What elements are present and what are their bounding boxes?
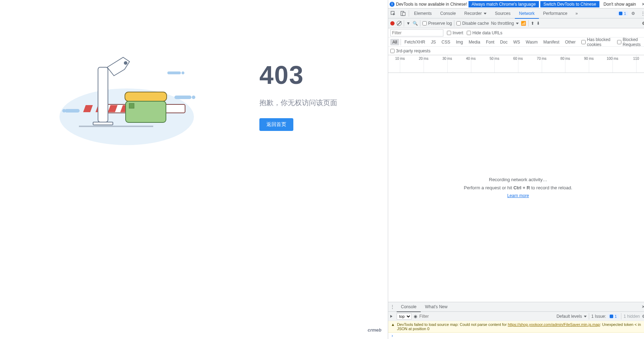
tab-sources[interactable]: Sources [491, 8, 515, 18]
disable-cache-checkbox[interactable]: Disable cache [456, 21, 489, 26]
brand-logo: crmeb [368, 327, 381, 333]
gear-icon[interactable]: ⚙ [628, 8, 638, 18]
inspect-icon[interactable] [388, 8, 398, 18]
console-prompt[interactable]: › [388, 333, 644, 339]
info-icon: i [390, 2, 395, 7]
svg-rect-10 [79, 126, 153, 127]
type-pill[interactable]: Font [484, 39, 496, 45]
preserve-log-checkbox[interactable]: Preserve log [422, 21, 452, 26]
type-pill[interactable]: CSS [439, 39, 453, 45]
type-pill[interactable]: Manifest [541, 39, 561, 45]
console-gear-icon[interactable]: ⚙ [642, 314, 644, 319]
language-notice-bar: i DevTools is now available in Chinese! … [388, 0, 644, 8]
timeline-tick: 100 ms [607, 57, 619, 61]
filter-icon[interactable]: ▼ [406, 21, 410, 26]
svg-point-18 [192, 96, 195, 99]
hidden-count: 1 hidden [623, 314, 640, 319]
timeline-tick: 90 ms [584, 57, 594, 61]
upload-har-icon[interactable]: ⬆ [531, 21, 534, 26]
timeline-tick: 40 ms [466, 57, 476, 61]
third-party-checkbox[interactable]: 3rd-party requests [390, 48, 430, 53]
throttling-select[interactable]: No throttling [491, 21, 519, 26]
network-empty-state: Recording network activity… Perform a re… [388, 73, 644, 302]
blocked-requests-checkbox[interactable]: Blocked Requests [617, 37, 644, 47]
console-sidebar-icon[interactable] [390, 315, 392, 318]
eye-icon[interactable]: ◉ [414, 314, 417, 319]
timeline-tick: 80 ms [560, 57, 570, 61]
type-pill[interactable]: Doc [498, 39, 510, 45]
type-pill[interactable]: Img [454, 39, 465, 45]
svg-rect-14 [129, 103, 134, 108]
type-pill[interactable]: Fetch/XHR [402, 39, 427, 45]
clear-icon[interactable] [397, 21, 402, 26]
tab-console[interactable]: Console [436, 8, 460, 18]
svg-rect-15 [65, 109, 80, 113]
learn-more-link[interactable]: Learn more [507, 193, 529, 198]
network-timeline[interactable]: 10 ms20 ms30 ms40 ms50 ms60 ms70 ms80 ms… [388, 55, 644, 73]
third-party-row: 3rd-party requests [388, 47, 644, 55]
type-pill[interactable]: All [390, 39, 399, 45]
warning-icon: ▲ [391, 322, 395, 327]
hide-data-urls-checkbox[interactable]: Hide data URLs [467, 30, 502, 35]
tab-elements[interactable]: Elements [410, 8, 436, 18]
network-filter-row: Invert Hide data URLs [388, 28, 644, 38]
search-icon[interactable]: 🔍 [413, 21, 418, 26]
timeline-tick: 50 ms [490, 57, 499, 61]
type-pill[interactable]: Wasm [524, 39, 540, 45]
drawer-tab-console[interactable]: Console [397, 302, 421, 312]
type-pill[interactable]: JS [429, 39, 438, 45]
more-tabs-icon[interactable]: » [572, 8, 582, 18]
tab-recorder[interactable]: Recorder [460, 8, 491, 18]
close-drawer-icon[interactable]: ✕ [639, 304, 644, 309]
sourcemap-link[interactable]: https://shop.yookoor.com/admin/FileSaver… [508, 322, 600, 327]
download-har-icon[interactable]: ⬇ [536, 21, 540, 26]
log-levels-select[interactable]: Default levels [557, 314, 587, 319]
network-toolbar: ▼ 🔍 Preserve log Disable cache No thrott… [388, 18, 644, 28]
language-notice-text: DevTools is now available in Chinese! [396, 2, 467, 7]
record-icon[interactable] [390, 21, 395, 25]
svg-rect-8 [98, 67, 108, 122]
kebab-icon[interactable]: ⋮ [638, 8, 644, 18]
has-blocked-cookies-checkbox[interactable]: Has blocked cookies [581, 37, 614, 47]
device-toggle-icon[interactable] [398, 8, 408, 18]
console-issues-link[interactable]: 1 Issue:1 [591, 314, 619, 319]
svg-rect-17 [174, 96, 191, 99]
svg-rect-19 [167, 71, 181, 74]
invert-checkbox[interactable]: Invert [447, 30, 463, 35]
network-filter-input[interactable] [390, 29, 443, 36]
issues-badge[interactable]: 1 [617, 11, 628, 16]
timeline-tick: 60 ms [513, 57, 523, 61]
drawer-tabs: ⋮ Console What's New ✕ [388, 302, 644, 312]
console-filter-input[interactable] [419, 314, 554, 319]
back-home-button[interactable]: 返回首页 [259, 118, 293, 131]
timeline-tick: 30 ms [442, 57, 452, 61]
error-illustration [51, 46, 203, 145]
hint-text: Perform a request or hit Ctrl + R to rec… [464, 185, 573, 190]
type-pill[interactable]: Other [563, 39, 578, 45]
close-icon[interactable]: ✕ [640, 2, 644, 7]
svg-rect-23 [403, 12, 405, 16]
network-settings-icon[interactable]: ⚙ [642, 21, 644, 26]
svg-point-20 [182, 71, 184, 74]
wifi-icon[interactable]: 📶 [521, 21, 526, 26]
error-message: 抱歉，你无权访问该页面 [259, 98, 337, 108]
type-pill[interactable]: WS [511, 39, 522, 45]
recording-text: Recording network activity… [489, 177, 547, 182]
switch-chinese-button[interactable]: Switch DevTools to Chinese [540, 1, 599, 7]
timeline-tick: 70 ms [537, 57, 546, 61]
timeline-tick: 20 ms [419, 57, 428, 61]
console-warning-message: ▲ DevTools failed to load source map: Co… [388, 321, 644, 333]
context-select[interactable]: top [397, 313, 412, 320]
devtools-main-tabs: Elements Console Recorder Sources Networ… [388, 8, 644, 18]
drawer-menu-icon[interactable]: ⋮ [388, 304, 397, 309]
timeline-tick: 10 ms [395, 57, 405, 61]
error-page: 403 抱歉，你无权访问该页面 返回首页 crmeb [0, 0, 388, 339]
drawer-tab-whatsnew[interactable]: What's New [421, 302, 452, 312]
tab-performance[interactable]: Performance [539, 8, 572, 18]
svg-rect-9 [93, 122, 113, 125]
type-pill[interactable]: Media [466, 39, 482, 45]
match-language-button[interactable]: Always match Chrome's language [468, 1, 539, 7]
svg-rect-12 [125, 92, 167, 101]
dont-show-again-button[interactable]: Don't show again [601, 1, 639, 7]
tab-network[interactable]: Network [515, 8, 539, 18]
